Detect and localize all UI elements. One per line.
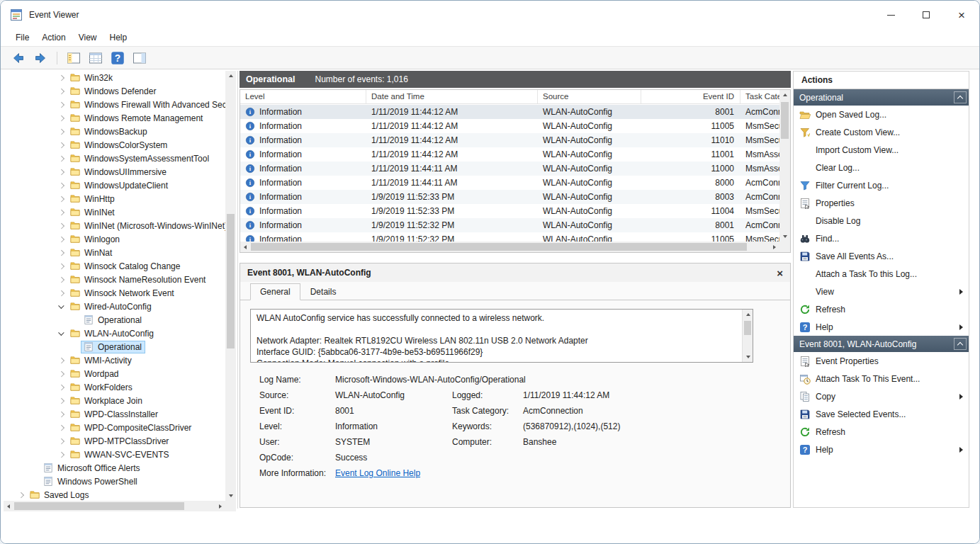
scroll-right-arrow[interactable] bbox=[215, 501, 225, 511]
scroll-down-arrow[interactable] bbox=[225, 490, 236, 501]
tree-item-wininet[interactable]: WinINet bbox=[4, 205, 225, 219]
scroll-up-arrow[interactable] bbox=[779, 90, 790, 101]
actions-section-event-8001-wlan-autoconfig[interactable]: Event 8001, WLAN-AutoConfig bbox=[794, 336, 969, 352]
tree-item-microsoft-office-alerts[interactable]: Microsoft Office Alerts bbox=[4, 461, 225, 475]
actions-section-operational[interactable]: Operational bbox=[794, 89, 969, 106]
tree-horizontal-scrollbar[interactable] bbox=[4, 501, 225, 511]
chevron-up-icon[interactable] bbox=[954, 91, 967, 103]
back-button[interactable] bbox=[11, 51, 26, 65]
action-filter-current-log[interactable]: Filter Current Log... bbox=[794, 176, 969, 194]
chevron-right-icon[interactable] bbox=[57, 368, 67, 379]
action-copy[interactable]: Copy bbox=[794, 387, 969, 405]
tree-item-operational[interactable]: Operational bbox=[4, 313, 225, 327]
chevron-down-icon[interactable] bbox=[57, 301, 67, 312]
column-header-date-and-time[interactable]: Date and Time bbox=[366, 90, 538, 103]
chevron-right-icon[interactable] bbox=[57, 86, 67, 96]
chevron-right-icon[interactable] bbox=[57, 288, 67, 298]
tree-item-saved-logs[interactable]: Saved Logs bbox=[4, 488, 225, 501]
description-scrollbar[interactable] bbox=[742, 310, 753, 362]
action-create-custom-view[interactable]: Create Custom View... bbox=[794, 123, 969, 141]
tree-item-wpd-classinstaller[interactable]: WPD-ClassInstaller bbox=[4, 407, 225, 421]
chevron-right-icon[interactable] bbox=[57, 193, 67, 204]
event-row[interactable]: iInformation1/9/2019 11:52:33 PMWLAN-Aut… bbox=[240, 190, 779, 204]
chevron-right-icon[interactable] bbox=[57, 220, 67, 231]
tree-scrollbar-thumb[interactable] bbox=[227, 214, 235, 348]
forward-button[interactable] bbox=[33, 51, 47, 65]
menu-action[interactable]: Action bbox=[35, 30, 72, 45]
chevron-right-icon[interactable] bbox=[57, 113, 67, 123]
tab-general[interactable]: General bbox=[250, 283, 300, 300]
action-help[interactable]: ?Help bbox=[794, 318, 969, 336]
chevron-right-icon[interactable] bbox=[57, 355, 67, 366]
events-scrollbar-thumb[interactable] bbox=[781, 102, 789, 139]
close-button[interactable]: × bbox=[944, 1, 979, 29]
menu-file[interactable]: File bbox=[9, 30, 35, 45]
maximize-button[interactable] bbox=[908, 1, 944, 29]
tab-details[interactable]: Details bbox=[300, 283, 347, 300]
tree-item-winsock-catalog-change[interactable]: Winsock Catalog Change bbox=[4, 259, 225, 273]
tree-item-wwan-svc-events[interactable]: WWAN-SVC-EVENTS bbox=[4, 448, 225, 461]
event-row[interactable]: iInformation1/9/2019 11:52:33 PMWLAN-Aut… bbox=[240, 204, 779, 218]
scroll-left-arrow[interactable] bbox=[240, 242, 251, 252]
events-vertical-scrollbar[interactable] bbox=[779, 90, 790, 242]
event-row[interactable]: iInformation1/11/2019 11:44:11 AMWLAN-Au… bbox=[240, 176, 779, 190]
action-save-all-events-as[interactable]: Save All Events As... bbox=[794, 247, 969, 265]
column-header-event-id[interactable]: Event ID bbox=[641, 90, 740, 103]
chevron-down-icon[interactable] bbox=[57, 328, 67, 339]
tree-item-windowsupdateclient[interactable]: WindowsUpdateClient bbox=[4, 178, 225, 192]
scroll-up-arrow[interactable] bbox=[225, 71, 236, 81]
chevron-right-icon[interactable] bbox=[57, 274, 67, 285]
action-refresh[interactable]: Refresh bbox=[794, 300, 969, 318]
tree-item-winsock-network-event[interactable]: Winsock Network Event bbox=[4, 286, 225, 300]
action-clear-log[interactable]: Clear Log... bbox=[794, 159, 969, 176]
tree-item-wmi-activity[interactable]: WMI-Activity bbox=[4, 353, 225, 367]
tree-item-windows-firewall-with-advanced-security[interactable]: Windows Firewall With Advanced Security bbox=[4, 98, 225, 111]
chevron-right-icon[interactable] bbox=[57, 72, 67, 83]
events-horizontal-scrollbar[interactable] bbox=[240, 242, 779, 252]
action-attach-task-to-this-event[interactable]: Attach Task To This Event... bbox=[794, 370, 969, 387]
action-find[interactable]: Find... bbox=[794, 230, 969, 247]
chevron-right-icon[interactable] bbox=[16, 489, 27, 500]
action-properties[interactable]: Properties bbox=[794, 194, 969, 212]
help-button[interactable]: ? bbox=[111, 51, 125, 65]
tree-item-windows-powershell[interactable]: Windows PowerShell bbox=[4, 475, 225, 488]
chevron-right-icon[interactable] bbox=[57, 180, 67, 191]
column-header-source[interactable]: Source bbox=[538, 90, 641, 103]
tree-item-windowssystemassessmenttool[interactable]: WindowsSystemAssessmentTool bbox=[4, 152, 225, 165]
chevron-right-icon[interactable] bbox=[57, 153, 67, 164]
chevron-right-icon[interactable] bbox=[57, 207, 67, 217]
column-header-level[interactable]: Level bbox=[240, 90, 366, 103]
action-save-selected-events[interactable]: Save Selected Events... bbox=[794, 405, 969, 423]
event-row[interactable]: iInformation1/11/2019 11:44:12 AMWLAN-Au… bbox=[240, 133, 779, 147]
chevron-up-icon[interactable] bbox=[954, 338, 967, 350]
chevron-right-icon[interactable] bbox=[57, 395, 67, 406]
event-row[interactable]: iInformation1/11/2019 11:44:12 AMWLAN-Au… bbox=[240, 119, 779, 133]
chevron-right-icon[interactable] bbox=[57, 422, 67, 433]
tree-item-wpd-mtpclassdriver[interactable]: WPD-MTPClassDriver bbox=[4, 434, 225, 448]
tree-hscrollbar-thumb[interactable] bbox=[14, 502, 184, 510]
events-hscrollbar-thumb[interactable] bbox=[251, 243, 747, 251]
console-tree-button[interactable] bbox=[67, 51, 81, 65]
tree-item-wpd-compositeclassdriver[interactable]: WPD-CompositeClassDriver bbox=[4, 421, 225, 434]
action-disable-log[interactable]: Disable Log bbox=[794, 212, 969, 230]
chevron-right-icon[interactable] bbox=[57, 234, 67, 244]
scroll-right-arrow[interactable] bbox=[769, 242, 779, 252]
action-view[interactable]: View bbox=[794, 283, 969, 300]
tree-item-winhttp[interactable]: WinHttp bbox=[4, 192, 225, 205]
event-row[interactable]: iInformation1/11/2019 11:44:12 AMWLAN-Au… bbox=[240, 105, 779, 119]
tree-item-wininet-microsoft-windows-wininet[interactable]: WinINet (Microsoft-Windows-WinINet) bbox=[4, 219, 225, 232]
tree-item-windows-defender[interactable]: Windows Defender bbox=[4, 84, 225, 98]
event-row[interactable]: iInformation1/9/2019 11:52:32 PMWLAN-Aut… bbox=[240, 218, 779, 232]
scroll-up-arrow[interactable] bbox=[743, 310, 753, 320]
tree-item-windowsuiimmersive[interactable]: WindowsUIImmersive bbox=[4, 165, 225, 178]
action-open-saved-log[interactable]: Open Saved Log... bbox=[794, 106, 969, 123]
chevron-right-icon[interactable] bbox=[57, 261, 67, 271]
action-pane-button[interactable] bbox=[133, 51, 147, 65]
action-help[interactable]: ?Help bbox=[794, 441, 969, 458]
description-scrollbar-thumb[interactable] bbox=[744, 321, 751, 335]
chevron-right-icon[interactable] bbox=[57, 382, 67, 392]
action-import-custom-view[interactable]: Import Custom View... bbox=[794, 141, 969, 159]
chevron-right-icon[interactable] bbox=[57, 436, 67, 446]
close-preview-icon[interactable]: × bbox=[777, 268, 783, 278]
tree-item-winnat[interactable]: WinNat bbox=[4, 246, 225, 259]
